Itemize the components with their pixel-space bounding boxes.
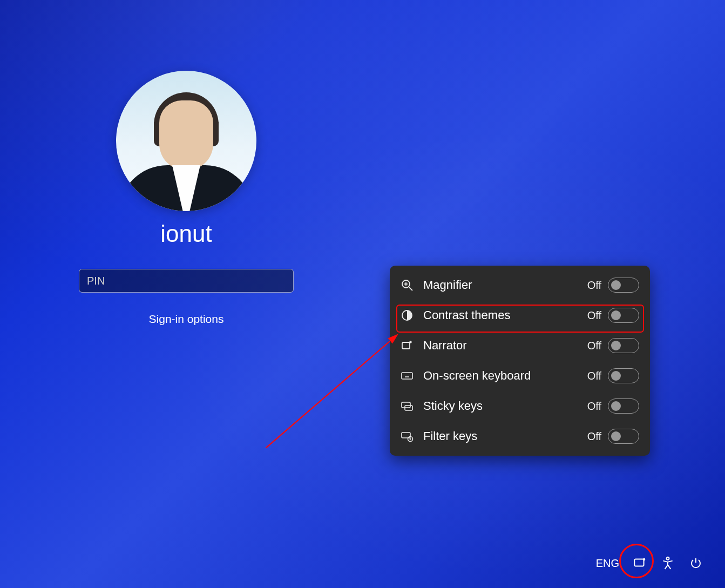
accessibility-item-state: Off — [587, 340, 601, 352]
svg-point-21 — [667, 557, 669, 560]
narrator-toggle[interactable] — [608, 338, 639, 353]
network-icon[interactable] — [632, 556, 647, 571]
accessibility-item-label: Magnifier — [423, 278, 472, 292]
user-avatar — [116, 71, 256, 211]
svg-rect-13 — [402, 402, 410, 408]
accessibility-item-state: Off — [587, 309, 601, 322]
accessibility-item-label: Narrator — [423, 339, 467, 353]
pin-input[interactable] — [79, 269, 294, 293]
accessibility-panel: Magnifier Off Contrast themes Off — [390, 266, 650, 456]
sign-in-options-link[interactable]: Sign-in options — [0, 313, 372, 326]
magnifier-plus-icon — [401, 279, 414, 292]
accessibility-item-label: Contrast themes — [423, 308, 510, 322]
svg-rect-5 — [402, 342, 410, 349]
taskbar-right-controls: ENG — [596, 556, 703, 571]
accessibility-item-contrast-themes[interactable]: Contrast themes Off — [393, 300, 647, 330]
avatar-illustration — [116, 71, 256, 211]
accessibility-item-label: On-screen keyboard — [423, 369, 531, 383]
accessibility-item-magnifier[interactable]: Magnifier Off — [393, 270, 647, 300]
accessibility-item-sticky-keys[interactable]: Sticky keys Off — [393, 391, 647, 421]
accessibility-item-state: Off — [587, 279, 601, 292]
keyboard-icon — [401, 369, 414, 382]
svg-point-6 — [409, 341, 411, 343]
svg-rect-19 — [634, 559, 643, 566]
accessibility-button[interactable] — [660, 556, 675, 571]
accessibility-item-osk[interactable]: On-screen keyboard Off — [393, 361, 647, 391]
svg-rect-7 — [402, 373, 412, 379]
login-area: ionut Sign-in options — [0, 0, 372, 588]
username-label: ionut — [0, 220, 372, 247]
filter-keys-icon — [401, 430, 414, 443]
contrast-icon — [401, 309, 414, 322]
magnifier-toggle[interactable] — [608, 278, 639, 293]
svg-point-20 — [643, 558, 645, 560]
filter-keys-toggle[interactable] — [608, 429, 639, 444]
narrator-icon — [401, 339, 414, 352]
accessibility-item-state: Off — [587, 370, 601, 382]
svg-point-17 — [410, 438, 411, 440]
accessibility-item-filter-keys[interactable]: Filter keys Off — [393, 421, 647, 451]
contrast-themes-toggle[interactable] — [608, 308, 639, 323]
osk-toggle[interactable] — [608, 368, 639, 383]
accessibility-item-label: Sticky keys — [423, 399, 483, 413]
language-indicator[interactable]: ENG — [596, 557, 619, 570]
accessibility-item-label: Filter keys — [423, 429, 477, 443]
sticky-keys-icon — [401, 400, 414, 413]
sticky-keys-toggle[interactable] — [608, 398, 639, 414]
power-button[interactable] — [688, 556, 703, 571]
svg-line-1 — [409, 287, 412, 290]
accessibility-item-narrator[interactable]: Narrator Off — [393, 330, 647, 361]
accessibility-item-state: Off — [587, 430, 601, 443]
accessibility-item-state: Off — [587, 400, 601, 413]
